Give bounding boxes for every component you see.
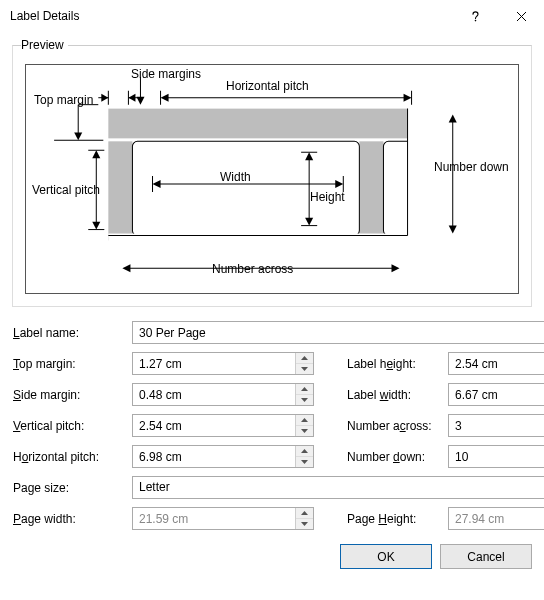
side-margin-input-wrap [132, 383, 314, 406]
side-margin-label: Side margin: [12, 388, 130, 402]
page-size-select[interactable]: Letter [132, 476, 544, 499]
horizontal-pitch-spinner [295, 446, 313, 467]
top-margin-spinner [295, 353, 313, 374]
pv-height-label: Height [310, 190, 345, 204]
page-width-input-wrap [132, 507, 314, 530]
page-height-input [449, 508, 544, 529]
horizontal-pitch-input-wrap [132, 445, 314, 468]
number-across-input[interactable] [449, 415, 544, 436]
label-name-label: Label name: [12, 326, 130, 340]
top-margin-input[interactable] [133, 353, 295, 374]
horizontal-pitch-up[interactable] [296, 446, 313, 457]
svg-marker-63 [301, 460, 308, 464]
svg-marker-50 [301, 356, 308, 360]
label-name-input-wrap [132, 321, 544, 344]
help-icon [469, 10, 482, 23]
pv-top-margin-label: Top margin [34, 93, 93, 107]
number-down-input[interactable] [449, 446, 544, 467]
dialog-title: Label Details [10, 9, 79, 23]
svg-marker-14 [74, 132, 82, 140]
pv-number-down-label: Number down [434, 160, 509, 174]
page-width-input [133, 508, 295, 529]
pv-side-margins-label: Side margins [131, 67, 201, 81]
preview-diagram: Side margins Top margin Horizontal pitch… [25, 64, 519, 294]
number-across-input-wrap [448, 414, 544, 437]
vertical-pitch-input-wrap [132, 414, 314, 437]
svg-marker-25 [161, 94, 169, 102]
svg-marker-55 [301, 398, 308, 402]
page-height-label: Page Height: [346, 512, 446, 526]
svg-point-0 [474, 19, 476, 21]
horizontal-pitch-label: Horizontal pitch: [12, 450, 130, 464]
side-margin-input[interactable] [133, 384, 295, 405]
horizontal-pitch-input[interactable] [133, 446, 295, 467]
pv-horizontal-pitch-label: Horizontal pitch [226, 79, 309, 93]
label-height-label: Label height: [346, 357, 446, 371]
svg-marker-58 [301, 418, 308, 422]
page-size-value: Letter [133, 477, 544, 498]
top-margin-label: Top margin: [12, 357, 130, 371]
vertical-pitch-label: Vertical pitch: [12, 419, 130, 433]
ok-button[interactable]: OK [340, 544, 432, 569]
svg-marker-26 [404, 94, 412, 102]
svg-marker-54 [301, 387, 308, 391]
titlebar: Label Details [0, 0, 544, 32]
label-width-input-wrap [448, 383, 544, 406]
close-button[interactable] [498, 0, 544, 32]
svg-marker-67 [301, 522, 308, 526]
top-margin-up[interactable] [296, 353, 313, 364]
pv-number-across-label: Number across [212, 262, 293, 276]
svg-marker-59 [301, 429, 308, 433]
svg-rect-3 [359, 141, 383, 240]
svg-marker-62 [301, 449, 308, 453]
vertical-pitch-up[interactable] [296, 415, 313, 426]
preview-group: Preview [12, 38, 532, 307]
svg-marker-30 [92, 150, 100, 158]
dialog-buttons: OK Cancel [12, 544, 532, 569]
label-width-label: Label width: [346, 388, 446, 402]
svg-marker-66 [301, 511, 308, 515]
form-grid: Label name: Top margin: Label height: Si… [12, 321, 532, 530]
label-height-input-wrap [448, 352, 544, 375]
label-width-input[interactable] [449, 384, 544, 405]
svg-marker-21 [101, 94, 108, 102]
pv-vertical-pitch-label: Vertical pitch [32, 183, 100, 197]
page-height-input-wrap [448, 507, 544, 530]
number-down-label: Number down: [346, 450, 446, 464]
horizontal-pitch-down[interactable] [296, 457, 313, 467]
page-width-up [296, 508, 313, 519]
close-icon [516, 11, 527, 22]
help-button[interactable] [452, 0, 498, 32]
page-size-label: Page size: [12, 481, 130, 495]
vertical-pitch-input[interactable] [133, 415, 295, 436]
vertical-pitch-spinner [295, 415, 313, 436]
svg-rect-4 [132, 141, 359, 235]
svg-marker-31 [92, 222, 100, 230]
side-margin-up[interactable] [296, 384, 313, 395]
top-margin-input-wrap [132, 352, 314, 375]
svg-rect-2 [108, 141, 132, 240]
vertical-pitch-down[interactable] [296, 426, 313, 436]
label-name-input[interactable] [133, 322, 544, 343]
preview-legend: Preview [21, 38, 68, 52]
top-margin-down[interactable] [296, 364, 313, 374]
side-margin-spinner [295, 384, 313, 405]
svg-rect-9 [408, 105, 518, 293]
number-down-input-wrap [448, 445, 544, 468]
page-width-down [296, 519, 313, 529]
cancel-button[interactable]: Cancel [440, 544, 532, 569]
svg-marker-23 [128, 94, 135, 102]
page-width-label: Page width: [12, 512, 130, 526]
pv-width-label: Width [220, 170, 251, 184]
label-height-input[interactable] [449, 353, 544, 374]
side-margin-down[interactable] [296, 395, 313, 405]
svg-marker-51 [301, 367, 308, 371]
page-width-spinner [295, 508, 313, 529]
number-across-label: Number across: [346, 419, 446, 433]
